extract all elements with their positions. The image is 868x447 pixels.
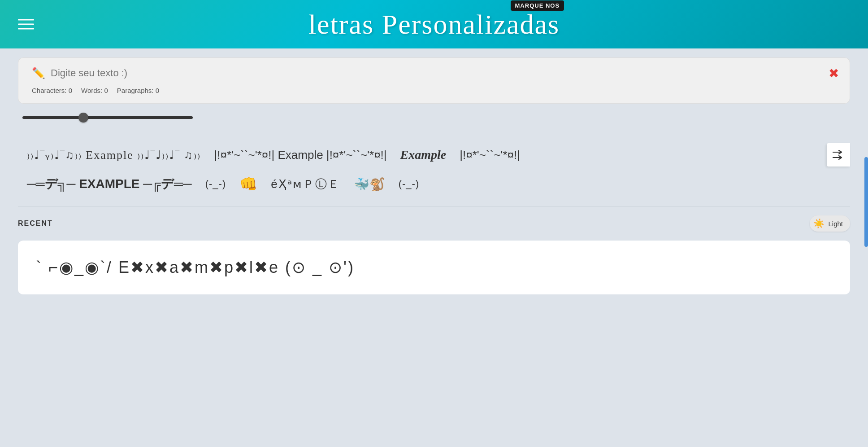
sun-icon: ☀️ bbox=[813, 218, 825, 229]
font-style-fist-emoji[interactable]: 👊 bbox=[239, 175, 257, 193]
paragraphs-label: Paragraphs: bbox=[117, 87, 154, 94]
section-divider bbox=[18, 206, 850, 206]
clear-button[interactable]: ✖ bbox=[829, 66, 839, 81]
recent-header: RECENT ☀️ Light bbox=[18, 215, 850, 232]
app-header: letras Personalizadas MARQUE NOS bbox=[0, 0, 868, 48]
main-text-input[interactable] bbox=[51, 67, 836, 79]
theme-toggle-label: Light bbox=[828, 220, 843, 228]
scroll-indicator bbox=[864, 157, 868, 247]
shuffle-button[interactable] bbox=[827, 143, 850, 167]
marque-nos-badge: MARQUE NOS bbox=[511, 0, 564, 11]
characters-value: 0 bbox=[69, 87, 72, 94]
words-value: 0 bbox=[104, 87, 108, 94]
app-title: letras Personalizadas MARQUE NOS bbox=[308, 9, 560, 40]
paragraphs-stat: Paragraphs: 0 bbox=[117, 87, 159, 94]
font-style-italic-bold[interactable]: Example bbox=[400, 148, 447, 162]
font-style-bordered[interactable]: |!¤*'~``~'*¤!| Example |!¤*'~``~'*¤!| bbox=[214, 148, 387, 162]
hamburger-menu-button[interactable] bbox=[18, 19, 34, 30]
font-size-slider-container bbox=[18, 113, 850, 121]
font-size-slider[interactable] bbox=[22, 116, 193, 119]
recent-card[interactable]: ` ⌐◉_◉`/ E✖x✖a✖m✖p✖l✖e (⊙ _ ⊙') bbox=[18, 241, 850, 294]
font-styles-section: ₎₎♩‾ᵧ₎♩‾♫₎₎ Example ₎₎♩‾♩₎₎♩‾ ♫₎₎ |!¤*'~… bbox=[18, 134, 850, 308]
font-style-ascii-face-1[interactable]: (-_-) bbox=[205, 178, 226, 190]
font-style-katakana[interactable]: ─═デ╗─ EXAMPLE ─╔デ═─ bbox=[27, 175, 192, 193]
font-style-ascii-face-2[interactable]: (-_-) bbox=[399, 178, 420, 190]
title-text: letras Personalizadas bbox=[308, 9, 560, 39]
recent-card-text: ` ⌐◉_◉`/ E✖x✖a✖m✖p✖l✖e (⊙ _ ⊙') bbox=[36, 258, 355, 277]
font-style-emoji-mixed[interactable]: 🐳🐒 bbox=[354, 177, 385, 192]
text-input-wrapper: ✏️ ✖ bbox=[32, 67, 836, 79]
theme-toggle-button[interactable]: ☀️ Light bbox=[810, 215, 850, 232]
font-style-musical[interactable]: ₎₎♩‾ᵧ₎♩‾♫₎₎ Example ₎₎♩‾♩₎₎♩‾ ♫₎₎ bbox=[27, 148, 201, 162]
main-content: ✏️ ✖ Characters: 0 Words: 0 Paragraphs: … bbox=[0, 48, 868, 317]
font-styles-row-1: ₎₎♩‾ᵧ₎♩‾♫₎₎ Example ₎₎♩‾♩₎₎♩‾ ♫₎₎ |!¤*'~… bbox=[18, 148, 850, 162]
recent-section: RECENT ☀️ Light ` ⌐◉_◉`/ E✖x✖a✖m✖p✖l✖e (… bbox=[18, 215, 850, 294]
font-styles-row-2: ─═デ╗─ EXAMPLE ─╔デ═─ (-_-) 👊 éҲᵃᴍＰⓁＥ 🐳🐒 (… bbox=[18, 175, 850, 193]
text-stats: Characters: 0 Words: 0 Paragraphs: 0 bbox=[32, 87, 836, 94]
font-style-special-chars[interactable]: éҲᵃᴍＰⓁＥ bbox=[271, 176, 340, 192]
font-style-bordered2[interactable]: |!¤*'~``~'*¤!| bbox=[460, 148, 520, 162]
words-stat: Words: 0 bbox=[81, 87, 108, 94]
words-label: Words: bbox=[81, 87, 102, 94]
characters-stat: Characters: 0 bbox=[32, 87, 72, 94]
paragraphs-value: 0 bbox=[156, 87, 159, 94]
characters-label: Characters: bbox=[32, 87, 67, 94]
recent-title: RECENT bbox=[18, 219, 53, 228]
text-input-container: ✏️ ✖ Characters: 0 Words: 0 Paragraphs: … bbox=[18, 57, 850, 104]
shuffle-icon bbox=[833, 150, 844, 160]
pencil-icon: ✏️ bbox=[32, 67, 45, 79]
